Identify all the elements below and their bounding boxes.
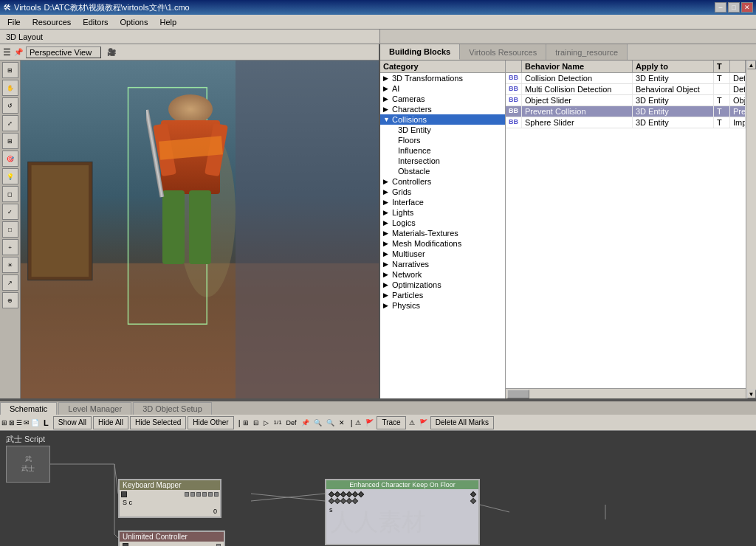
table-row-prevent-collision[interactable]: BB Prevent Collision 3D Entity T Prevent… [506, 106, 746, 117]
table-row-object-slider[interactable]: BB Object Slider 3D Entity T Object Bal [506, 95, 746, 106]
hide-all-button[interactable]: Hide All [93, 416, 128, 429]
perspective-view-dropdown[interactable]: Perspective View [26, 46, 101, 58]
toolbar-icon-4: ✉ [24, 419, 30, 426]
vp-tool-sun[interactable]: ☀ [2, 257, 18, 273]
tree-item-narratives[interactable]: ▶Narratives [380, 259, 505, 269]
table-hscrollbar[interactable] [506, 388, 746, 398]
menu-resources[interactable]: Resources [27, 16, 78, 28]
table-row-sphere-slider[interactable]: BB Sphere Slider 3D Entity T Impede the [506, 117, 746, 128]
kn-label-c: 0 [213, 508, 217, 515]
tree-sub-intersection[interactable]: Intersection [380, 156, 505, 166]
trace-button[interactable]: Trace [377, 416, 405, 429]
tree-item-lights[interactable]: ▶Lights [380, 207, 505, 218]
category-tree[interactable]: Category ▶3D Transformations ▶AI ▶Camera… [380, 61, 506, 398]
uc-in-port [123, 543, 128, 546]
vp-tool-light[interactable]: 💡 [2, 168, 18, 184]
vp-camera-icon[interactable]: 🎥 [107, 48, 116, 56]
vp-tool-select[interactable]: ⊞ [2, 62, 18, 78]
toolbar-icon-2: ⊠ [9, 419, 15, 426]
vp-tool-check[interactable]: ✓ [2, 204, 18, 220]
tree-item-ai[interactable]: ▶AI [380, 83, 505, 94]
delete-all-marks-button[interactable]: Delete All Marks [430, 416, 494, 429]
bb-tabs: Building Blocks Virtools Resources train… [380, 44, 756, 61]
th-behavior-name: Behavior Name [522, 61, 633, 72]
tree-item-mesh-modifications[interactable]: ▶Mesh Modifications [380, 238, 505, 249]
toolbar-flag-icon: 🚩 [365, 419, 374, 426]
th-desc [730, 61, 746, 72]
vp-tool-wire[interactable]: ◻ [2, 186, 18, 202]
menu-options[interactable]: Options [114, 16, 154, 28]
vp-tool-rotate[interactable]: ↺ [2, 97, 18, 114]
3d-scene[interactable] [21, 61, 379, 398]
vp-tool-scale[interactable]: ⤢ [2, 115, 18, 131]
bottom-tabs: Schematic Level Manager 3D Object Setup [0, 400, 756, 415]
vp-tool-move[interactable]: ✋ [2, 80, 18, 96]
tree-item-3d-transformations[interactable]: ▶3D Transformations [380, 73, 505, 83]
app-icon: 🛠 [3, 3, 11, 12]
tab-schematic[interactable]: Schematic [0, 402, 57, 415]
vp-menu-icon[interactable]: ☰ [3, 47, 11, 58]
vp-tool-grid[interactable]: ⊞ [2, 133, 18, 149]
tree-sub-3d-entity[interactable]: 3D Entity [380, 125, 505, 135]
close-button[interactable]: ✕ [741, 2, 753, 13]
hscrollbar-thumb[interactable] [507, 390, 529, 398]
tree-item-multiuser[interactable]: ▶Multiuser [380, 249, 505, 259]
tree-item-grids[interactable]: ▶Grids [380, 187, 505, 197]
bb-vscrollbar[interactable]: ▲ ▼ [746, 61, 756, 398]
table-row-multi-collision[interactable]: BB Multi Collision Detection Behavioral … [506, 84, 746, 95]
schematic-canvas[interactable]: 武士 Script 武 武士 Keyboard Mapper [0, 431, 756, 546]
en-out-sq [470, 498, 476, 504]
vp-tool-arrow[interactable]: ↗ [2, 274, 18, 291]
vscrollbar-up[interactable]: ▲ [747, 61, 756, 69]
enhanced-character-node[interactable]: Enhanced Character Keep On Floor [325, 479, 480, 545]
tree-sub-obstacle[interactable]: Obstacle [380, 166, 505, 176]
hide-other-button[interactable]: Hide Other [188, 416, 233, 429]
menu-editors[interactable]: Editors [77, 16, 114, 28]
show-all-button[interactable]: Show All [53, 416, 92, 429]
menu-help[interactable]: Help [154, 16, 182, 28]
vp-tool-box[interactable]: □ [2, 221, 18, 238]
tree-sub-influence[interactable]: Influence [380, 145, 505, 156]
vscrollbar-down[interactable]: ▼ [747, 390, 756, 398]
table-row-collision-detection[interactable]: BB Collision Detection 3D Entity T Detec… [506, 73, 746, 84]
tree-item-collisions[interactable]: ▼Collisions [380, 114, 505, 125]
vp-tool-plus[interactable]: + [2, 239, 18, 255]
tab-level-manager[interactable]: Level Manager [58, 402, 131, 415]
maximize-button[interactable]: □ [728, 2, 740, 13]
vp-tool-nav[interactable]: ⊕ [2, 292, 18, 308]
tab-training-resource[interactable]: training_resource [546, 44, 628, 60]
unlimited-controller-title: Unlimited Controller [120, 532, 224, 542]
3d-layout-label: 3D Layout [0, 30, 380, 44]
character-model [146, 94, 235, 301]
vp-tool-cam[interactable]: 🎯 [2, 151, 18, 167]
tree-item-materials-textures[interactable]: ▶Materials-Textures [380, 228, 505, 238]
unlimited-controller-node[interactable]: Unlimited Controller S c [118, 531, 225, 546]
script-icon-box[interactable]: 武 武士 [6, 446, 50, 483]
tree-item-network[interactable]: ▶Network [380, 269, 505, 280]
kn-out-port-1 [185, 492, 189, 497]
td-t-3: T [714, 95, 730, 106]
hide-selected-button[interactable]: Hide Selected [130, 416, 186, 429]
tree-item-interface[interactable]: ▶Interface [380, 197, 505, 207]
keyboard-mapper-node[interactable]: Keyboard Mapper [118, 479, 221, 518]
tab-building-blocks[interactable]: Building Blocks [380, 44, 460, 60]
vp-pin-icon[interactable]: 📌 [14, 48, 23, 56]
tree-item-cameras[interactable]: ▶Cameras [380, 94, 505, 104]
tab-3d-object-setup[interactable]: 3D Object Setup [133, 402, 212, 415]
tree-item-logics[interactable]: ▶Logics [380, 218, 505, 228]
svg-line-9 [251, 494, 325, 501]
tree-sub-floors[interactable]: Floors [380, 135, 505, 145]
tree-item-controllers[interactable]: ▶Controllers [380, 176, 505, 187]
minimize-button[interactable]: – [715, 2, 726, 13]
td-behavior-3: Object Slider [522, 95, 633, 106]
tree-item-characters[interactable]: ▶Characters [380, 104, 505, 114]
toolbar-count: 1/1 [273, 419, 281, 426]
viewport-panel: ☰ 📌 Perspective View 🎥 ⊞ ✋ ↺ ⤢ ⊞ 🎯 💡 ◻ ✓… [0, 44, 380, 398]
tab-virtools-resources[interactable]: Virtools Resources [460, 44, 546, 60]
menu-file[interactable]: File [1, 16, 27, 28]
td-desc-4: Prevents t [730, 106, 746, 117]
en-out-tri-1 [470, 491, 476, 497]
tree-item-optimizations[interactable]: ▶Optimizations [380, 280, 505, 290]
tree-item-physics[interactable]: ▶Physics [380, 300, 505, 311]
tree-item-particles[interactable]: ▶Particles [380, 290, 505, 300]
